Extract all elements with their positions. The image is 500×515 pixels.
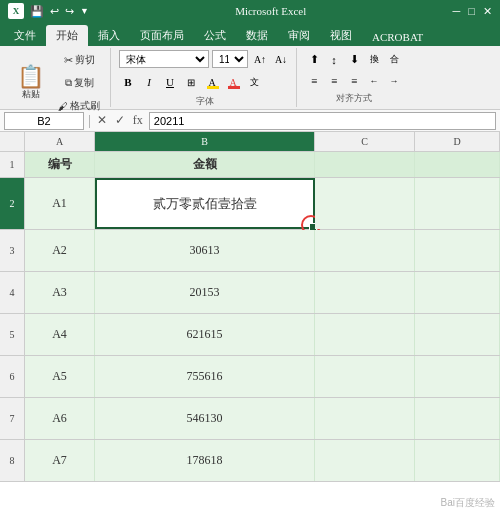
cell-A4[interactable]: A3: [25, 272, 95, 313]
font-color-button[interactable]: A: [224, 73, 242, 91]
minimize-button[interactable]: ─: [453, 5, 461, 18]
tab-review[interactable]: 审阅: [278, 25, 320, 46]
align-left-button[interactable]: ≡: [305, 72, 323, 90]
insert-function-button[interactable]: fx: [131, 113, 145, 128]
cell-C4[interactable]: [315, 272, 415, 313]
align-center-button[interactable]: ≡: [325, 72, 343, 90]
cell-D5[interactable]: [415, 314, 500, 355]
font-family-select[interactable]: 宋体: [119, 50, 209, 68]
increase-indent-button[interactable]: →: [385, 72, 403, 90]
cell-A2[interactable]: A1: [25, 178, 95, 229]
undo-icon[interactable]: ↩: [50, 5, 59, 18]
border-button[interactable]: ⊞: [182, 73, 200, 91]
italic-button[interactable]: I: [140, 73, 158, 91]
align-top-button[interactable]: ⬆: [305, 51, 323, 69]
tab-insert[interactable]: 插入: [88, 25, 130, 46]
cell-B4[interactable]: 20153: [95, 272, 315, 313]
decrease-indent-button[interactable]: ←: [365, 72, 383, 90]
cell-D3[interactable]: [415, 230, 500, 271]
merge-cell-button[interactable]: 合: [385, 51, 403, 69]
tab-formula[interactable]: 公式: [194, 25, 236, 46]
alignment-label: 对齐方式: [336, 90, 372, 105]
wen-button[interactable]: 文: [245, 73, 263, 91]
wrap-text-button[interactable]: 換: [365, 51, 383, 69]
tab-data[interactable]: 数据: [236, 25, 278, 46]
confirm-formula-button[interactable]: ✓: [113, 113, 127, 128]
cell-A8[interactable]: A7: [25, 440, 95, 481]
row-num-2: 2: [0, 178, 25, 229]
font-group: 宋体 11 A↑ A↓ B I U ⊞ A A: [113, 48, 297, 107]
cell-C2[interactable]: [315, 178, 415, 229]
title-bar-left: X 💾 ↩ ↪ ▼: [8, 3, 89, 19]
formula-bar: | ✕ ✓ fx: [0, 110, 500, 132]
cell-A7[interactable]: A6: [25, 398, 95, 439]
quick-access-more[interactable]: ▼: [80, 6, 89, 16]
cell-B7[interactable]: 546130: [95, 398, 315, 439]
cell-D8[interactable]: [415, 440, 500, 481]
col-header-C[interactable]: C: [315, 132, 415, 151]
cell-C7[interactable]: [315, 398, 415, 439]
row-num-7: 7: [0, 398, 25, 439]
ribbon-tabs: 文件 开始 插入 页面布局 公式 数据 审阅 视图 ACROBAT: [0, 22, 500, 46]
align-bottom-button[interactable]: ⬇: [345, 51, 363, 69]
cell-A6[interactable]: A5: [25, 356, 95, 397]
align-right-button[interactable]: ≡: [345, 72, 363, 90]
cell-D4[interactable]: [415, 272, 500, 313]
cut-button[interactable]: ✂ 剪切: [54, 50, 104, 70]
cell-B1[interactable]: 金额: [95, 152, 315, 177]
formula-separator: |: [88, 113, 91, 129]
cell-C3[interactable]: [315, 230, 415, 271]
align-middle-button[interactable]: ↕: [325, 51, 343, 69]
formula-input[interactable]: [149, 112, 496, 130]
cell-C1[interactable]: [315, 152, 415, 177]
row-num-5: 5: [0, 314, 25, 355]
font-size-select[interactable]: 11: [212, 50, 248, 68]
spreadsheet: A B C D 1 编号 金额 2 A1 贰万零贰佰壹拾壹: [0, 132, 500, 515]
cell-C8[interactable]: [315, 440, 415, 481]
close-button[interactable]: ✕: [483, 5, 492, 18]
cell-B8[interactable]: 178618: [95, 440, 315, 481]
cell-D6[interactable]: [415, 356, 500, 397]
font-group-label: 字体: [196, 93, 214, 108]
cell-D7[interactable]: [415, 398, 500, 439]
table-row: 4 A3 20153: [0, 272, 500, 314]
cell-B2[interactable]: 贰万零贰佰壹拾壹: [95, 178, 315, 229]
clipboard-content: 📋 粘贴 ✂ 剪切 ⧉ 复制 🖌 格式刷: [10, 50, 104, 116]
name-box[interactable]: [4, 112, 84, 130]
cell-A1[interactable]: 编号: [25, 152, 95, 177]
row-num-1: 1: [0, 152, 25, 177]
cell-B5[interactable]: 621615: [95, 314, 315, 355]
cell-D2[interactable]: [415, 178, 500, 229]
cell-C5[interactable]: [315, 314, 415, 355]
copy-button[interactable]: ⧉ 复制: [54, 73, 104, 93]
maximize-button[interactable]: □: [468, 5, 475, 18]
cell-A3[interactable]: A2: [25, 230, 95, 271]
save-icon[interactable]: 💾: [30, 5, 44, 18]
increase-font-button[interactable]: A↑: [251, 50, 269, 68]
bold-button[interactable]: B: [119, 73, 137, 91]
fill-color-button[interactable]: A: [203, 73, 221, 91]
cancel-formula-button[interactable]: ✕: [95, 113, 109, 128]
col-header-D[interactable]: D: [415, 132, 500, 151]
row-num-8: 8: [0, 440, 25, 481]
table-row: 8 A7 178618: [0, 440, 500, 482]
tab-page-layout[interactable]: 页面布局: [130, 25, 194, 46]
tab-acrobat[interactable]: ACROBAT: [362, 28, 433, 46]
col-header-A[interactable]: A: [25, 132, 95, 151]
tab-home[interactable]: 开始: [46, 25, 88, 46]
cell-D1[interactable]: [415, 152, 500, 177]
cell-C6[interactable]: [315, 356, 415, 397]
font-row-2: B I U ⊞ A A 文: [119, 73, 290, 91]
paste-button[interactable]: 📋 粘贴: [10, 62, 51, 105]
tab-view[interactable]: 视图: [320, 25, 362, 46]
table-row: 6 A5 755616: [0, 356, 500, 398]
col-header-B[interactable]: B: [95, 132, 315, 151]
tab-file[interactable]: 文件: [4, 25, 46, 46]
cell-B6[interactable]: 755616: [95, 356, 315, 397]
cell-B3[interactable]: 30613: [95, 230, 315, 271]
redo-icon[interactable]: ↪: [65, 5, 74, 18]
cell-A5[interactable]: A4: [25, 314, 95, 355]
underline-button[interactable]: U: [161, 73, 179, 91]
decrease-font-button[interactable]: A↓: [272, 50, 290, 68]
clipboard-group: 📋 粘贴 ✂ 剪切 ⧉ 复制 🖌 格式刷 剪贴板: [4, 48, 111, 107]
